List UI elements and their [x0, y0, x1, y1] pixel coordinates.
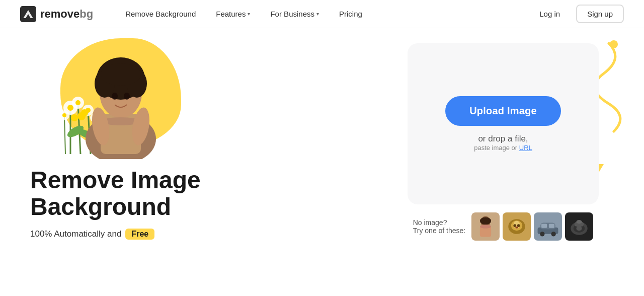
right-panel: Upload Image or drop a file, paste image… — [392, 28, 614, 241]
sample-thumb-phone[interactable] — [565, 212, 593, 241]
left-panel: Remove Image Background 100% Automatical… — [30, 28, 392, 240]
sample-thumb-woman[interactable] — [471, 212, 500, 241]
drop-file-text: or drop a file, — [474, 134, 532, 144]
logo[interactable]: removebg — [20, 6, 93, 22]
svg-point-39 — [480, 217, 491, 225]
nav-pricing[interactable]: Pricing — [331, 6, 370, 22]
svg-point-35 — [610, 40, 618, 48]
svg-point-59 — [577, 226, 582, 231]
svg-point-9 — [101, 63, 141, 86]
svg-point-52 — [540, 232, 544, 236]
main-content: Remove Image Background 100% Automatical… — [0, 28, 644, 296]
no-image-text: No image? Try one of these: — [413, 218, 466, 235]
logo-text: removebg — [40, 8, 93, 21]
hero-person-image — [70, 38, 171, 159]
svg-point-41 — [480, 225, 491, 228]
upload-dropzone[interactable]: Upload Image or drop a file, paste image… — [408, 43, 599, 204]
hero-subtitle: 100% Automatically and Free — [30, 229, 392, 240]
sample-thumb-car[interactable] — [534, 212, 562, 241]
svg-point-11 — [124, 93, 130, 100]
nav-links: Remove Background Features ▾ For Busines… — [117, 6, 529, 22]
nav-for-business[interactable]: For Business ▾ — [262, 6, 327, 22]
nav-remove-background[interactable]: Remove Background — [117, 6, 204, 22]
svg-rect-54 — [541, 224, 547, 228]
navbar: removebg Remove Background Features ▾ Fo… — [0, 0, 644, 28]
hero-title: Remove Image Background — [30, 167, 392, 220]
free-badge: Free — [125, 229, 154, 240]
features-chevron-icon: ▾ — [248, 11, 250, 17]
svg-line-18 — [64, 116, 65, 154]
hero-image-container — [30, 28, 201, 159]
url-link[interactable]: URL — [519, 144, 532, 152]
svg-point-53 — [551, 232, 556, 236]
signup-button[interactable]: Sign up — [576, 5, 624, 23]
sample-thumb-lion[interactable] — [503, 212, 531, 241]
svg-point-48 — [515, 227, 518, 229]
upload-image-button[interactable]: Upload Image — [445, 96, 561, 126]
sample-thumbs — [471, 212, 593, 241]
svg-point-10 — [112, 93, 118, 100]
nav-features[interactable]: Features ▾ — [208, 6, 258, 22]
nav-auth: Log in Sign up — [529, 5, 624, 23]
logo-icon — [20, 6, 36, 22]
login-button[interactable]: Log in — [529, 6, 570, 22]
svg-point-46 — [514, 224, 517, 227]
svg-point-29 — [62, 113, 66, 117]
sample-images-row: No image? Try one of these: — [413, 212, 594, 241]
drop-sub-text: paste image or URL — [474, 144, 532, 152]
svg-rect-55 — [549, 224, 554, 228]
svg-point-47 — [517, 224, 520, 227]
drop-text-container: or drop a file, paste image or URL — [474, 134, 532, 152]
svg-point-61 — [577, 220, 582, 224]
business-chevron-icon: ▾ — [316, 11, 319, 17]
